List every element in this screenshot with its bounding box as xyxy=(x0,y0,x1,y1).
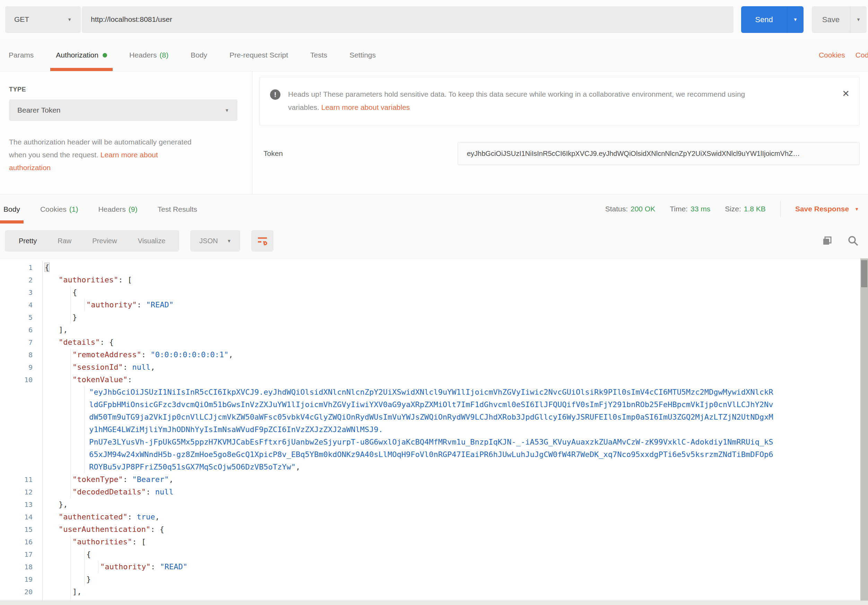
line-content: "authority": "READ" xyxy=(42,299,868,311)
tab-label: Headers xyxy=(98,205,126,213)
auth-help-text: The authorization header will be automat… xyxy=(9,136,196,174)
url-input[interactable]: http://localhost:8081/user xyxy=(82,6,733,33)
indent-guide xyxy=(70,311,71,323)
view-tab-visualize[interactable]: Visualize xyxy=(127,230,176,252)
exclamation-icon: ! xyxy=(270,90,281,100)
wrap-text-button[interactable] xyxy=(251,230,273,252)
line-content: "authenticated": true, xyxy=(42,511,868,523)
method-select[interactable]: GET ▼ xyxy=(5,6,81,33)
vertical-scrollbar[interactable] xyxy=(860,258,868,605)
send-options-button[interactable]: ▼ xyxy=(787,6,803,33)
indent-guide xyxy=(84,386,85,398)
save-button[interactable]: Save ▼ xyxy=(812,6,866,33)
token-label: Token xyxy=(264,149,457,158)
code-line-2: 2"authorities": [ xyxy=(0,274,868,286)
send-button[interactable]: Send ▼ xyxy=(741,6,803,33)
save-label[interactable]: Save xyxy=(812,6,850,33)
tab-label: Authorization xyxy=(56,51,98,59)
view-switcher: PrettyRawPreviewVisualize xyxy=(5,230,179,252)
code-line-7: 7"details": { xyxy=(0,336,868,348)
line-number: 9 xyxy=(0,361,42,373)
tab-label: Body xyxy=(3,205,20,213)
token-key: "authority" xyxy=(86,300,137,309)
response-tab-body[interactable]: Body xyxy=(3,194,20,223)
line-number: 7 xyxy=(0,336,42,348)
token-key: "authorities" xyxy=(59,275,118,284)
token-input[interactable]: eyJhbGciOiJSUzI1NiIsInR5cCI6IkpXVCJ9.eyJ… xyxy=(457,142,860,165)
response-tab-cookies[interactable]: Cookies(1) xyxy=(40,194,78,223)
token-str: y1hMGE4LWZiMjliYmJhODNhYyIsImNsaWVudF9pZ… xyxy=(89,425,383,434)
token-pun: : xyxy=(127,512,137,521)
line-number: 13 xyxy=(0,498,42,511)
token-pun: : xyxy=(123,475,132,484)
tab-body[interactable]: Body xyxy=(191,39,207,71)
tab-pre-request-script[interactable]: Pre-request Script xyxy=(229,39,288,71)
url-value: http://localhost:8081/user xyxy=(91,15,172,23)
line-number: 5 xyxy=(0,311,42,323)
code-line-19: 19} xyxy=(0,573,868,586)
tab-label: Headers xyxy=(129,51,157,59)
format-select[interactable]: JSON ▼ xyxy=(190,230,240,252)
request-tab-links: Cookies Code xyxy=(819,39,868,71)
indent-guide xyxy=(70,536,71,548)
token-pun: ], xyxy=(59,325,68,334)
save-options-button[interactable]: ▼ xyxy=(850,6,866,33)
scrollbar-thumb[interactable] xyxy=(861,260,867,287)
indent-guide xyxy=(84,424,85,436)
code-line-9: 9"sessionId": null, xyxy=(0,361,868,373)
size-stat: Size:1.8 KB xyxy=(725,205,766,213)
line-content: ], xyxy=(42,586,868,598)
response-tab-headers[interactable]: Headers(9) xyxy=(98,194,137,223)
view-tab-pretty[interactable]: Pretty xyxy=(8,230,47,252)
indent-guide xyxy=(70,449,71,461)
token-key: "tokenValue" xyxy=(73,375,127,384)
token-pun: , xyxy=(296,463,300,471)
token-pun: : xyxy=(151,562,160,571)
type-label: TYPE xyxy=(9,86,237,93)
tab-settings[interactable]: Settings xyxy=(349,39,376,71)
line-content: ldGFpbHMiOnsicGFzc3dvcmQiOm51bGwsInVzZXJ… xyxy=(42,398,868,411)
tab-params[interactable]: Params xyxy=(9,39,34,71)
token-str: "0:0:0:0:0:0:0:1" xyxy=(150,350,228,359)
line-content: "userAuthentication": { xyxy=(42,523,868,536)
auth-type-pane: TYPE Bearer Token ▼ The authorization he… xyxy=(0,71,253,194)
tab-count-badge: (8) xyxy=(160,51,169,59)
chevron-down-icon: ▼ xyxy=(793,17,798,22)
save-response-label: Save Response xyxy=(795,205,849,213)
tab-count-badge: (9) xyxy=(129,205,138,213)
line-number xyxy=(0,386,42,398)
save-response-button[interactable]: Save Response ▼ xyxy=(795,205,859,213)
token-str: dW50Tm9uTG9ja2VkIjp0cnVlLCJjcmVkZW50aWFs… xyxy=(89,413,773,421)
sensitive-data-banner: ! Heads up! These parameters hold sensit… xyxy=(259,77,860,125)
code-link[interactable]: Code xyxy=(856,51,868,59)
line-number: 17 xyxy=(0,548,42,561)
cookies-link[interactable]: Cookies xyxy=(819,51,845,59)
code-line-1: 1{ xyxy=(0,261,868,274)
code-line-5: 5} xyxy=(0,311,868,323)
indent-guide xyxy=(84,411,85,424)
tab-authorization[interactable]: Authorization xyxy=(56,39,107,71)
search-button[interactable] xyxy=(847,235,859,247)
close-icon[interactable]: ✕ xyxy=(842,88,849,99)
auth-type-select[interactable]: Bearer Token ▼ xyxy=(9,99,237,121)
response-tab-test-results[interactable]: Test Results xyxy=(157,194,197,223)
view-tab-preview[interactable]: Preview xyxy=(82,230,127,252)
token-lit: true xyxy=(136,512,155,521)
tab-tests[interactable]: Tests xyxy=(310,39,327,71)
line-content: 65xJM94w24xWNndH5b-gz8ZmHoe5go8eGcQ1Xpic… xyxy=(42,449,868,461)
learn-more-variables-link[interactable]: Learn more about variables xyxy=(321,103,410,111)
time-value: 33 ms xyxy=(691,205,710,213)
copy-button[interactable] xyxy=(822,235,832,246)
send-label[interactable]: Send xyxy=(741,6,787,33)
code-line-4: 4"authority": "READ" xyxy=(0,299,868,311)
indent-guide xyxy=(70,348,71,361)
line-number: 3 xyxy=(0,286,42,299)
view-tab-raw[interactable]: Raw xyxy=(47,230,82,252)
banner-line2-text: variables. xyxy=(288,103,321,111)
tab-headers[interactable]: Headers(8) xyxy=(129,39,169,71)
horizontal-scrollbar[interactable] xyxy=(0,600,868,605)
token-pun: : { xyxy=(100,338,114,347)
line-content: "authority": "READ" xyxy=(42,561,868,573)
response-body-code: 1{2"authorities": [3{4"authority": "READ… xyxy=(0,258,868,605)
tab-label: Pre-request Script xyxy=(229,51,288,59)
